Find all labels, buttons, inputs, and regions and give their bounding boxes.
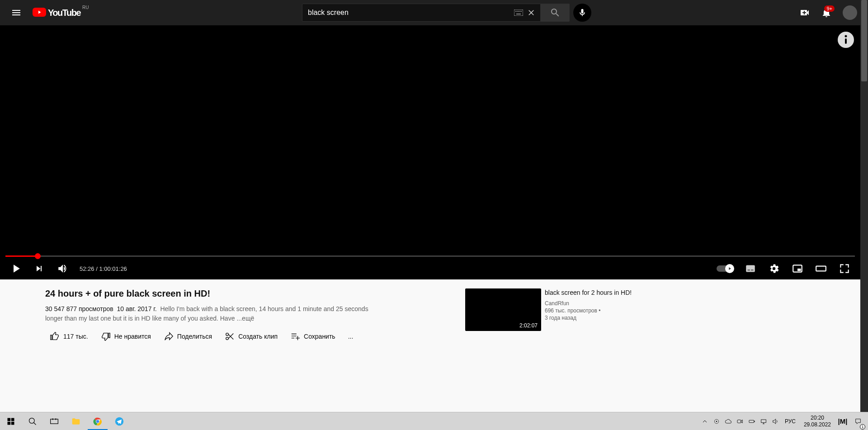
save-button[interactable]: Сохранить xyxy=(286,328,340,345)
close-icon xyxy=(527,8,536,17)
primary-column: 24 hours + of pure black screen in HD! 3… xyxy=(45,288,454,412)
progress-played xyxy=(5,255,38,257)
search-input[interactable] xyxy=(308,9,512,17)
fullscreen-icon xyxy=(839,263,850,274)
tray-meet-now[interactable] xyxy=(735,412,745,430)
clear-search-button[interactable] xyxy=(525,6,538,19)
autoplay-toggle[interactable] xyxy=(717,265,733,272)
recommendation-thumbnail[interactable]: 2:02:07 xyxy=(465,288,541,331)
svg-rect-6 xyxy=(516,14,521,14)
volume-button[interactable] xyxy=(52,258,73,279)
current-time: 52:26 xyxy=(80,265,94,272)
next-button[interactable] xyxy=(29,258,50,279)
thumb-down-icon xyxy=(101,331,111,341)
svg-rect-12 xyxy=(751,269,753,270)
video-title: 24 hours + of pure black screen in HD! xyxy=(45,288,454,299)
theater-button[interactable] xyxy=(811,258,831,279)
play-button[interactable] xyxy=(5,258,26,279)
controls-right xyxy=(717,258,855,279)
network-icon xyxy=(760,418,767,425)
svg-rect-10 xyxy=(746,265,755,272)
search-form xyxy=(302,4,591,22)
share-icon xyxy=(164,331,174,341)
youtube-logo-icon xyxy=(33,8,46,17)
scissors-icon xyxy=(225,331,235,341)
play-icon xyxy=(9,262,23,275)
fullscreen-button[interactable] xyxy=(834,258,855,279)
action-center-button[interactable]: 1 xyxy=(851,412,865,430)
svg-rect-17 xyxy=(51,419,58,424)
tray-location[interactable] xyxy=(712,412,722,430)
miniplayer-button[interactable] xyxy=(787,258,808,279)
taskbar-app-chrome[interactable] xyxy=(87,412,108,430)
folder-icon xyxy=(71,417,80,426)
recommendation-title[interactable]: black screen for 2 hours in HD! xyxy=(545,288,647,297)
progress-bar[interactable] xyxy=(5,255,855,257)
svg-rect-30 xyxy=(761,420,766,423)
search-icon xyxy=(28,417,37,426)
keyboard-icon[interactable] xyxy=(512,6,525,19)
language-indicator[interactable]: РУС xyxy=(782,418,798,425)
recommendation-item[interactable]: 2:02:07 black screen for 2 hours in HD! … xyxy=(465,288,647,331)
notifications-button[interactable]: 9+ xyxy=(817,4,835,22)
video-surface[interactable] xyxy=(0,25,860,279)
autoplay-knob xyxy=(725,264,734,273)
show-more-button[interactable]: ...ещё xyxy=(236,315,254,322)
task-view-icon xyxy=(50,417,59,426)
view-count: 30 547 877 просмотров xyxy=(45,305,113,312)
clip-button[interactable]: Создать клип xyxy=(220,328,282,345)
tray-extra-app[interactable]: |M| xyxy=(836,412,849,430)
svg-point-26 xyxy=(716,421,717,422)
search-button-taskbar[interactable] xyxy=(22,412,43,430)
create-button[interactable] xyxy=(796,4,814,22)
svg-rect-28 xyxy=(749,420,754,422)
subtitles-button[interactable] xyxy=(740,258,761,279)
publish-date: 10 авг. 2017 г. xyxy=(117,305,156,312)
speaker-icon xyxy=(772,418,779,425)
search-button[interactable] xyxy=(541,4,570,22)
tray-chevron[interactable] xyxy=(700,412,710,430)
settings-button[interactable] xyxy=(764,258,784,279)
tray-onedrive[interactable] xyxy=(723,412,733,430)
guide-menu-button[interactable] xyxy=(7,4,25,22)
recommendation-age: 3 года назад xyxy=(545,314,647,322)
controls-left: 52:26 / 1:00:01:26 xyxy=(5,258,127,279)
recommendation-views: 696 тыс. просмотров • xyxy=(545,307,600,314)
recommendation-channel[interactable]: CandRfun xyxy=(545,299,647,307)
svg-rect-18 xyxy=(52,418,53,420)
app-letters-icon: |M| xyxy=(838,417,848,425)
svg-rect-1 xyxy=(515,11,516,12)
duration: 1:00:01:26 xyxy=(99,265,127,272)
taskbar-app-telegram[interactable] xyxy=(108,412,130,430)
tray-battery[interactable] xyxy=(747,412,757,430)
more-actions-button[interactable]: ... xyxy=(344,329,358,344)
chevron-up-icon xyxy=(701,418,708,425)
like-button[interactable]: 117 тыс. xyxy=(45,328,93,345)
taskbar-date: 29.08.2022 xyxy=(804,421,831,428)
header-left: YouTube RU xyxy=(7,4,98,22)
windows-icon xyxy=(6,417,15,426)
start-button[interactable] xyxy=(0,412,22,430)
account-avatar[interactable] xyxy=(843,5,857,20)
svg-rect-8 xyxy=(845,38,847,44)
video-player[interactable]: 52:26 / 1:00:01:26 xyxy=(0,25,860,279)
svg-point-16 xyxy=(29,418,35,423)
task-view-button[interactable] xyxy=(43,412,65,430)
voice-search-button[interactable] xyxy=(573,4,591,22)
info-card-button[interactable] xyxy=(838,32,854,48)
tray-network[interactable] xyxy=(759,412,769,430)
camera-icon xyxy=(736,418,744,425)
browser-scrollbar[interactable] xyxy=(860,0,868,412)
header-center xyxy=(98,4,796,22)
scrollbar-thumb[interactable] xyxy=(861,0,867,81)
share-button[interactable]: Поделиться xyxy=(159,328,217,345)
player-controls: 52:26 / 1:00:01:26 xyxy=(0,258,860,279)
taskbar-app-explorer[interactable] xyxy=(65,412,87,430)
action-center-count: 1 xyxy=(860,424,865,430)
taskbar-clock[interactable]: 20:20 29.08.2022 xyxy=(800,415,835,428)
svg-rect-3 xyxy=(518,11,519,12)
tray-volume[interactable] xyxy=(770,412,780,430)
youtube-logo[interactable]: YouTube RU xyxy=(33,8,89,18)
search-box[interactable] xyxy=(302,4,541,22)
dislike-button[interactable]: Не нравится xyxy=(96,328,156,345)
